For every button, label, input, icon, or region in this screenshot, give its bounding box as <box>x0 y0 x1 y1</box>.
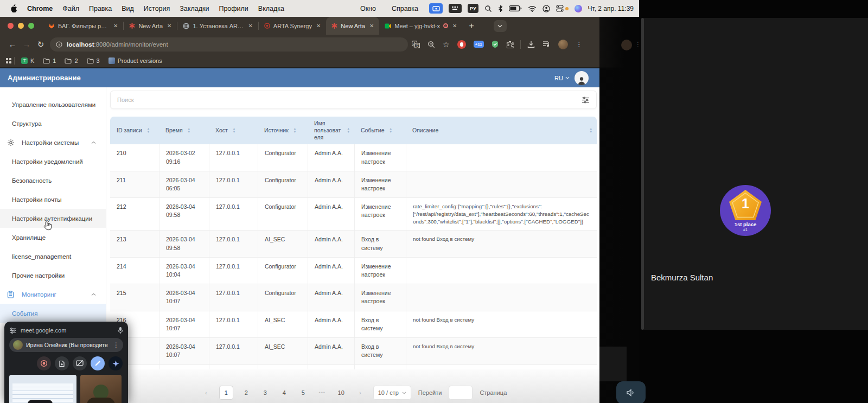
column-header-time[interactable]: Время▲▼ <box>159 117 209 144</box>
close-icon[interactable]: ✕ <box>368 23 375 29</box>
tab-new-arta-active[interactable]: New Arta ✕ <box>326 17 379 35</box>
sort-icon[interactable]: ▲▼ <box>390 127 392 133</box>
maximize-window-button[interactable] <box>28 23 34 29</box>
close-icon[interactable]: ✕ <box>315 23 322 29</box>
record-button[interactable] <box>37 356 51 370</box>
downloads-icon[interactable] <box>527 41 535 48</box>
column-header-description[interactable]: Описание▲▼ <box>406 117 597 144</box>
page-button-3[interactable]: 3 <box>259 386 271 400</box>
sidebar-section-monitoring[interactable]: Мониторинг <box>0 285 106 304</box>
sidebar-item-notification-settings[interactable]: Настройки уведомлений <box>0 152 106 171</box>
wifi-icon[interactable] <box>528 5 537 12</box>
tab-meet[interactable]: Meet – yjg-hvkt-x ✕ <box>379 17 462 35</box>
menubar-history[interactable]: История <box>139 5 175 12</box>
back-button[interactable]: ← <box>5 40 20 49</box>
sidebar-item-security[interactable]: Безопасность <box>0 171 106 190</box>
sidebar-item-structure[interactable]: Структура <box>0 114 106 133</box>
apple-menu-icon[interactable] <box>5 4 22 12</box>
menubar-profiles[interactable]: Профили <box>214 5 253 12</box>
sidebar-item-license-management[interactable]: license_management <box>0 247 106 266</box>
tab-arta-synergy[interactable]: ARTA Synergy ✕ <box>259 17 327 35</box>
page-size-select[interactable]: 10 / стр <box>373 386 411 400</box>
volume-button[interactable] <box>616 381 646 403</box>
sidebar-item-user-management[interactable]: Управление пользователями <box>0 95 106 114</box>
page-button-10[interactable]: 10 <box>335 386 347 400</box>
menubar-edit[interactable]: Правка <box>84 5 117 12</box>
language-selector[interactable]: RU <box>554 75 570 81</box>
sort-icon[interactable]: ▲▼ <box>590 127 592 133</box>
sort-icon[interactable]: ▲▼ <box>188 127 190 133</box>
search-input[interactable] <box>117 97 582 103</box>
new-tab-button[interactable]: + <box>469 21 474 31</box>
page-button-5[interactable]: 5 <box>297 386 309 400</box>
column-header-id[interactable]: ID записи▲▼ <box>110 117 159 144</box>
spotlight-search-icon[interactable] <box>484 5 492 12</box>
column-header-host[interactable]: Хост▲▼ <box>209 117 258 144</box>
sort-icon[interactable]: ▲▼ <box>347 127 350 133</box>
bookmark-folder-2[interactable]: 2 <box>60 57 82 64</box>
close-window-button[interactable] <box>8 23 14 29</box>
siri-icon[interactable] <box>575 5 582 12</box>
reload-button[interactable]: ↻ <box>34 40 48 49</box>
tab-new-arta-1[interactable]: New Arta ✕ <box>124 17 177 35</box>
user-account-icon[interactable] <box>542 5 550 12</box>
column-header-user[interactable]: Имя пользователя▲▼ <box>308 117 354 144</box>
close-icon[interactable]: ✕ <box>247 23 253 29</box>
counter-extension-icon[interactable]: +11 <box>474 41 484 48</box>
shield-extension-icon[interactable] <box>492 40 499 48</box>
column-header-event[interactable]: Событие▲▼ <box>354 117 406 144</box>
mic-icon[interactable] <box>118 327 123 334</box>
menubar-app-name[interactable]: Chrome <box>22 5 58 12</box>
shared-screen-thumbnail[interactable] <box>9 375 76 403</box>
bookmark-folder-1[interactable]: 1 <box>39 57 60 64</box>
profile-avatar[interactable] <box>558 40 568 49</box>
sidebar-item-auth-settings[interactable]: Настройки аутентификации <box>0 209 106 228</box>
translate-icon[interactable]: A文 <box>412 41 420 48</box>
input-language-icon[interactable]: РУ <box>468 4 478 13</box>
menubar-window[interactable]: Окно <box>355 5 381 12</box>
sidebar-item-mail-settings[interactable]: Настройки почты <box>0 190 106 209</box>
forward-button[interactable]: → <box>20 40 34 49</box>
annotate-button[interactable] <box>91 356 105 370</box>
camera-thumbnail[interactable] <box>80 375 122 403</box>
tab-install-arta[interactable]: 1. Установка ARTA — ✕ <box>177 17 258 35</box>
close-icon[interactable]: ✕ <box>451 23 458 29</box>
close-icon[interactable]: ✕ <box>112 23 119 29</box>
minimize-window-button[interactable] <box>18 23 24 29</box>
menubar-bookmarks[interactable]: Закладки <box>175 5 214 12</box>
address-bar[interactable]: localhost:8080/admin/monitor/event <box>50 37 408 52</box>
menubar-view[interactable]: Вид <box>117 5 139 12</box>
tune-icon[interactable] <box>9 328 16 334</box>
menubar-tab[interactable]: Вкладка <box>253 5 289 12</box>
sidebar-item-storage[interactable]: Хранилище <box>0 228 106 247</box>
menubar-help[interactable]: Справка <box>387 5 423 12</box>
prev-page-button[interactable]: ‹ <box>200 386 212 400</box>
pagination-ellipsis[interactable]: ••• <box>316 386 328 400</box>
tab-gitlab-bug[interactable]: БАГ. Фильтры реестр ✕ <box>43 17 123 35</box>
page-button-4[interactable]: 4 <box>278 386 290 400</box>
sidebar-item-other-settings[interactable]: Прочие настройки <box>0 266 106 285</box>
tab-search-button[interactable] <box>494 20 507 32</box>
battery-icon[interactable] <box>509 5 522 11</box>
close-icon[interactable]: ✕ <box>166 23 173 29</box>
share-file-button[interactable] <box>55 356 69 370</box>
kebab-icon[interactable]: ⋮ <box>113 341 119 349</box>
zoom-out-icon[interactable] <box>427 41 435 48</box>
site-info-icon[interactable] <box>56 41 62 48</box>
stop-presenting-button[interactable] <box>73 356 87 370</box>
column-header-source[interactable]: Источник▲▼ <box>258 117 308 144</box>
page-button-1[interactable]: 1 <box>219 386 233 400</box>
menubar-file[interactable]: Файл <box>58 5 84 12</box>
filter-icon[interactable] <box>582 97 590 104</box>
extensions-puzzle-icon[interactable] <box>506 41 514 48</box>
sidebar-section-system-settings[interactable]: Настройки системы <box>0 133 106 152</box>
sort-icon[interactable]: ▲▼ <box>233 127 235 133</box>
sidebar-item-events[interactable]: События <box>0 304 106 323</box>
bookmark-sheet-k[interactable]: K <box>17 57 39 64</box>
user-avatar[interactable] <box>575 71 589 85</box>
bluetooth-icon[interactable] <box>498 5 503 12</box>
page-button-2[interactable]: 2 <box>240 386 252 400</box>
keyboard-icon[interactable] <box>449 4 462 13</box>
bookmark-folder-3[interactable]: 3 <box>82 57 104 64</box>
chrome-menu-icon[interactable]: ⋮ <box>576 40 583 48</box>
